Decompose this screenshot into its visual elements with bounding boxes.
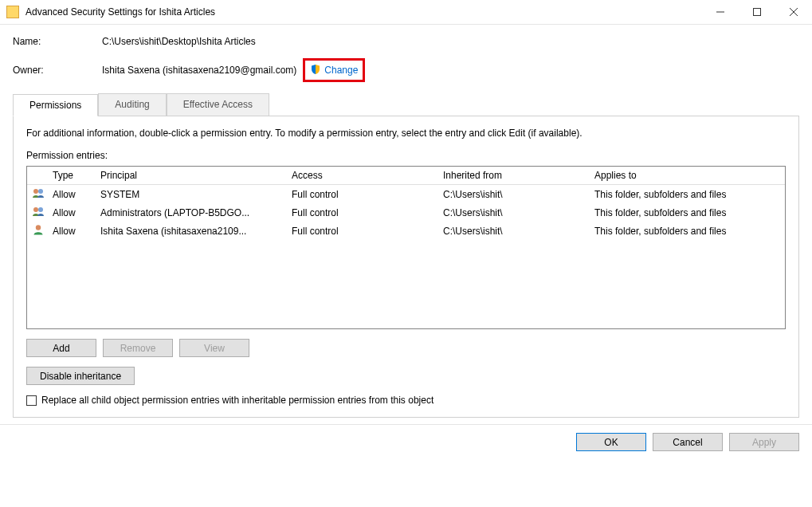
row-access: Full control bbox=[285, 185, 437, 204]
folder-icon bbox=[6, 6, 19, 18]
row-inherited: C:\Users\ishit\ bbox=[437, 185, 588, 204]
apply-button[interactable]: Apply bbox=[729, 433, 799, 451]
row-applies: This folder, subfolders and files bbox=[588, 203, 785, 222]
name-row: Name: C:\Users\ishit\Desktop\Ishita Arti… bbox=[13, 36, 799, 47]
row-principal: Ishita Saxena (ishitasaxena2109... bbox=[94, 222, 285, 240]
table-row[interactable]: AllowSYSTEMFull controlC:\Users\ishit\Th… bbox=[27, 185, 785, 204]
entries-label: Permission entries: bbox=[26, 150, 786, 161]
row-inherited: C:\Users\ishit\ bbox=[437, 222, 588, 240]
close-icon bbox=[790, 8, 798, 16]
row-icon bbox=[27, 222, 46, 240]
owner-label: Owner: bbox=[13, 65, 102, 76]
tab-effective-access[interactable]: Effective Access bbox=[167, 93, 269, 116]
svg-point-5 bbox=[38, 189, 43, 194]
svg-rect-1 bbox=[754, 9, 761, 16]
group-icon bbox=[32, 206, 45, 217]
header-inherited[interactable]: Inherited from bbox=[437, 167, 588, 185]
svg-point-8 bbox=[36, 225, 41, 230]
row-applies: This folder, subfolders and files bbox=[588, 222, 785, 240]
view-button[interactable]: View bbox=[179, 339, 249, 357]
row-access: Full control bbox=[285, 203, 437, 222]
tab-permissions[interactable]: Permissions bbox=[13, 94, 98, 116]
add-button[interactable]: Add bbox=[26, 339, 96, 357]
owner-row: Owner: Ishita Saxena (ishitasaxena2109@g… bbox=[13, 58, 799, 82]
name-value: C:\Users\ishit\Desktop\Ishita Articles bbox=[102, 36, 256, 47]
row-access: Full control bbox=[285, 222, 437, 240]
disable-inheritance-button[interactable]: Disable inheritance bbox=[26, 367, 135, 385]
ok-button[interactable]: OK bbox=[576, 433, 646, 451]
table-header-row: Type Principal Access Inherited from App… bbox=[27, 167, 785, 185]
svg-point-7 bbox=[38, 207, 43, 212]
instruction-text: For additional information, double-click… bbox=[26, 128, 786, 139]
replace-checkbox-label: Replace all child object permission entr… bbox=[41, 395, 433, 406]
svg-point-4 bbox=[33, 189, 38, 194]
minimize-icon bbox=[716, 8, 724, 16]
row-principal: Administrators (LAPTOP-B5DGO... bbox=[94, 203, 285, 222]
header-type[interactable]: Type bbox=[46, 167, 94, 185]
inheritance-buttons: Disable inheritance bbox=[26, 367, 786, 385]
titlebar: Advanced Security Settings for Ishita Ar… bbox=[0, 0, 812, 25]
content-area: Name: C:\Users\ishit\Desktop\Ishita Arti… bbox=[0, 25, 812, 418]
replace-checkbox-row: Replace all child object permission entr… bbox=[26, 395, 786, 406]
row-icon bbox=[27, 203, 46, 222]
change-link[interactable]: Change bbox=[324, 65, 358, 76]
header-icon[interactable] bbox=[27, 167, 46, 185]
svg-point-6 bbox=[33, 207, 38, 212]
row-applies: This folder, subfolders and files bbox=[588, 185, 785, 204]
dialog-footer: OK Cancel Apply bbox=[0, 424, 812, 459]
entry-buttons: Add Remove View bbox=[26, 339, 786, 357]
row-type: Allow bbox=[46, 203, 94, 222]
table-row[interactable]: AllowAdministrators (LAPTOP-B5DGO...Full… bbox=[27, 203, 785, 222]
row-inherited: C:\Users\ishit\ bbox=[437, 203, 588, 222]
tab-auditing[interactable]: Auditing bbox=[98, 93, 166, 116]
close-button[interactable] bbox=[775, 0, 812, 24]
table-row[interactable]: AllowIshita Saxena (ishitasaxena2109...F… bbox=[27, 222, 785, 240]
permission-entries-table: Type Principal Access Inherited from App… bbox=[26, 166, 786, 329]
minimize-button[interactable] bbox=[702, 0, 739, 24]
row-type: Allow bbox=[46, 222, 94, 240]
shield-icon bbox=[310, 64, 321, 77]
change-link-highlight: Change bbox=[303, 58, 365, 82]
window-controls bbox=[702, 0, 812, 24]
header-access[interactable]: Access bbox=[285, 167, 437, 185]
maximize-button[interactable] bbox=[739, 0, 775, 24]
user-icon bbox=[32, 224, 45, 235]
tabs: Permissions Auditing Effective Access bbox=[13, 93, 799, 116]
group-icon bbox=[32, 187, 45, 198]
remove-button[interactable]: Remove bbox=[103, 339, 173, 357]
row-principal: SYSTEM bbox=[94, 185, 285, 204]
replace-checkbox[interactable] bbox=[26, 395, 37, 406]
window-title: Advanced Security Settings for Ishita Ar… bbox=[25, 6, 702, 18]
row-icon bbox=[27, 185, 46, 204]
tab-panel: For additional information, double-click… bbox=[13, 116, 799, 418]
name-label: Name: bbox=[13, 36, 102, 47]
header-applies[interactable]: Applies to bbox=[588, 167, 785, 185]
row-type: Allow bbox=[46, 185, 94, 204]
cancel-button[interactable]: Cancel bbox=[653, 433, 723, 451]
maximize-icon bbox=[753, 8, 761, 16]
owner-value: Ishita Saxena (ishitasaxena2109@gmail.co… bbox=[102, 65, 296, 76]
header-principal[interactable]: Principal bbox=[94, 167, 285, 185]
